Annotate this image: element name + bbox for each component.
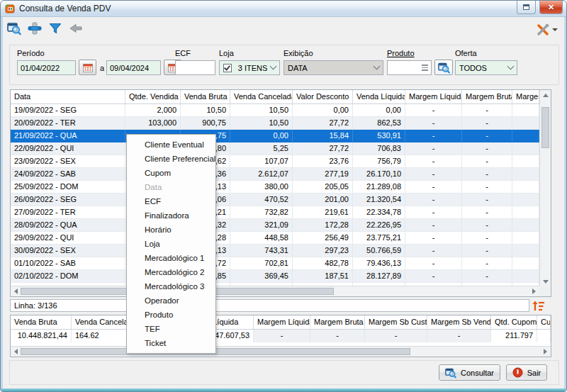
vertical-scroll-thumb[interactable] bbox=[541, 107, 549, 148]
table-cell[interactable]: 201,00 bbox=[293, 194, 353, 206]
table-cell[interactable] bbox=[512, 206, 539, 218]
table-cell[interactable] bbox=[512, 270, 539, 282]
column-header[interactable]: Margem Líquida bbox=[254, 315, 310, 329]
table-cell[interactable]: 756,79 bbox=[353, 155, 405, 167]
summary-horizontal-scrollbar[interactable] bbox=[11, 346, 551, 357]
table-cell[interactable]: 380,00 bbox=[230, 181, 293, 193]
table-cell[interactable]: 28.127,89 bbox=[353, 270, 405, 282]
table-cell[interactable]: 30/09/2022 - SEX bbox=[11, 245, 125, 257]
table-cell[interactable]: - bbox=[462, 232, 512, 244]
context-menu-item[interactable]: Cupom bbox=[127, 166, 215, 180]
table-cell[interactable]: 27,72 bbox=[293, 142, 353, 155]
table-cell[interactable]: 26/09/2022 - SEG bbox=[11, 194, 125, 206]
column-header[interactable]: Margem Bruta bbox=[310, 315, 365, 329]
table-cell[interactable]: 26.170,10 bbox=[353, 168, 405, 180]
table-row[interactable]: 24/09/2022 - SAB,362.612,07277,1926.170,… bbox=[11, 168, 539, 181]
consultar-button[interactable]: Consultar bbox=[439, 364, 500, 381]
table-cell[interactable] bbox=[512, 257, 539, 269]
table-cell[interactable]: - bbox=[405, 206, 462, 218]
table-cell[interactable]: 23.775,21 bbox=[353, 232, 405, 244]
table-cell[interactable]: 15,84 bbox=[293, 130, 353, 142]
table-cell[interactable]: 297,23 bbox=[293, 245, 353, 257]
context-menu-item[interactable]: Cliente Preferencial bbox=[127, 152, 215, 166]
periodo-from-input[interactable]: 01/04/2022 bbox=[17, 60, 76, 75]
table-cell[interactable]: 22.334,78 bbox=[353, 206, 405, 218]
table-cell[interactable]: 27,72 bbox=[293, 117, 353, 129]
table-cell[interactable]: 23,76 bbox=[293, 155, 353, 167]
table-cell[interactable]: 172,28 bbox=[293, 219, 353, 231]
table-cell[interactable]: - bbox=[405, 155, 462, 167]
table-cell[interactable]: 22.226,95 bbox=[353, 219, 405, 231]
table-cell[interactable] bbox=[512, 130, 539, 142]
table-cell[interactable]: - bbox=[405, 270, 462, 282]
column-header[interactable]: Cu bbox=[537, 315, 551, 329]
context-menu-item[interactable]: Horário bbox=[127, 223, 215, 237]
table-row[interactable]: 02/10/2022 - DOM,85369,45187,5128.127,89… bbox=[11, 270, 539, 283]
ecf-input[interactable] bbox=[175, 60, 215, 75]
column-header[interactable]: Qtd. Cupom bbox=[491, 315, 537, 329]
table-cell[interactable]: - bbox=[462, 245, 512, 257]
search-icon[interactable] bbox=[7, 21, 21, 35]
column-header[interactable]: Margem Sb Custo bbox=[365, 315, 427, 329]
totals-icon[interactable] bbox=[532, 298, 546, 313]
table-cell[interactable] bbox=[512, 168, 539, 180]
table-cell[interactable]: 21.289,08 bbox=[353, 181, 405, 193]
table-cell[interactable]: - bbox=[462, 117, 512, 129]
table-cell[interactable] bbox=[512, 117, 539, 129]
table-cell[interactable]: - bbox=[405, 181, 462, 193]
column-header[interactable]: Venda Bruta bbox=[181, 90, 230, 103]
table-cell[interactable]: 27/09/2022 - TER bbox=[11, 206, 125, 218]
column-header[interactable]: Qtde. Vendida bbox=[125, 90, 181, 103]
table-cell[interactable]: 50.766,59 bbox=[353, 245, 405, 257]
table-cell[interactable]: 23/09/2022 - SEX bbox=[11, 155, 125, 167]
table-cell[interactable] bbox=[512, 104, 539, 116]
produto-search-button[interactable] bbox=[434, 60, 453, 75]
table-cell[interactable]: - bbox=[462, 194, 512, 206]
table-cell[interactable]: 20/09/2022 - TER bbox=[11, 117, 125, 129]
table-cell[interactable]: 21/09/2022 - QUA bbox=[11, 130, 125, 142]
table-cell[interactable]: - bbox=[462, 270, 512, 282]
column-header[interactable]: Valor Desconto bbox=[293, 90, 353, 103]
exibicao-combo[interactable]: DATA bbox=[284, 60, 383, 75]
table-cell[interactable]: - bbox=[405, 142, 462, 155]
table-row[interactable]: 27/09/2022 - TER,21732,82219,6122.334,78… bbox=[11, 206, 539, 219]
table-cell[interactable]: - bbox=[405, 117, 462, 129]
table-cell[interactable]: 2,000 bbox=[125, 104, 181, 116]
table-row[interactable]: 22/09/2022 - QUI,805,2527,72706,83-- bbox=[11, 142, 539, 155]
table-cell[interactable]: 02/10/2022 - DOM bbox=[11, 270, 125, 282]
table-row[interactable]: 21/09/2022 - QUA,750,0015,84530,91-- bbox=[11, 130, 539, 142]
table-cell[interactable]: - bbox=[462, 181, 512, 193]
table-cell[interactable]: 900,75 bbox=[181, 117, 230, 129]
context-menu-item[interactable]: Loja bbox=[127, 237, 215, 251]
table-cell[interactable]: - bbox=[405, 130, 462, 142]
column-header[interactable]: Margem Bruta bbox=[462, 90, 512, 103]
column-header[interactable]: Venda Líquida bbox=[353, 90, 405, 103]
table-row[interactable]: 19/09/2022 - SEG2,00010,5010,500,000,00-… bbox=[11, 104, 539, 117]
calendar-from-button[interactable] bbox=[79, 60, 96, 75]
table-cell[interactable]: - bbox=[462, 130, 512, 142]
table-cell[interactable]: 732,82 bbox=[230, 206, 293, 218]
table-cell[interactable]: 482,78 bbox=[293, 257, 353, 269]
context-menu-item[interactable]: TEF bbox=[127, 322, 215, 336]
column-header[interactable]: Venda Cancelada bbox=[230, 90, 293, 103]
vertical-scrollbar[interactable] bbox=[539, 90, 551, 286]
column-header[interactable]: Margem Sb Custo bbox=[512, 90, 539, 103]
table-cell[interactable]: 29/09/2022 - QUI bbox=[11, 232, 125, 244]
restore-button[interactable] bbox=[517, 1, 536, 14]
printer-icon[interactable] bbox=[28, 21, 42, 35]
oferta-combo[interactable]: TODOS bbox=[455, 60, 517, 75]
table-cell[interactable]: 25/09/2022 - DOM bbox=[11, 181, 125, 193]
table-cell[interactable]: - bbox=[405, 257, 462, 269]
table-cell[interactable]: 743,31 bbox=[230, 245, 293, 257]
scroll-down-arrow[interactable] bbox=[540, 276, 551, 286]
sair-button[interactable]: Sair bbox=[506, 364, 547, 381]
table-cell[interactable]: 10,50 bbox=[230, 117, 293, 129]
scroll-right-arrow[interactable] bbox=[540, 347, 551, 357]
close-button[interactable]: ✕ bbox=[539, 1, 563, 14]
loja-combo[interactable]: 3 ITENS bbox=[219, 60, 280, 75]
column-header[interactable]: Margem Líquida bbox=[405, 90, 462, 103]
table-cell[interactable]: 107,07 bbox=[230, 155, 293, 167]
table-row[interactable]: 30/09/2022 - SEX,13743,31297,2350.766,59… bbox=[11, 245, 539, 257]
table-cell[interactable]: 10,50 bbox=[230, 104, 293, 116]
table-cell[interactable]: 530,91 bbox=[353, 130, 405, 142]
